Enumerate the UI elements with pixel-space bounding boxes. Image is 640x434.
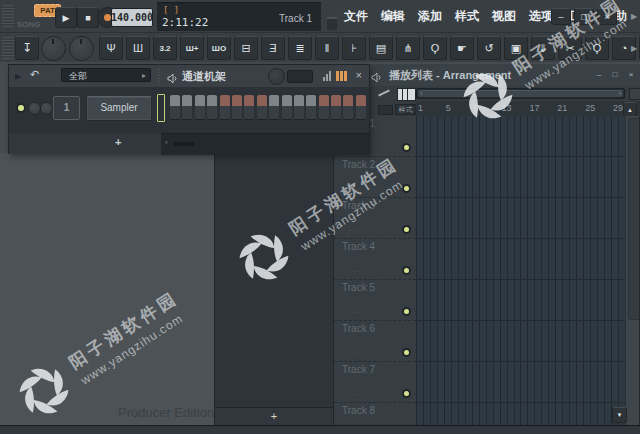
rack-horizontal-scrollbar[interactable]: ‹ [161, 133, 369, 155]
play-button[interactable]: ▶ [55, 7, 77, 28]
menu-item-2[interactable]: 添加 [418, 8, 442, 25]
rack-scrollbar-thumb[interactable] [173, 142, 195, 146]
save-new-version-button[interactable]: ⇓ [531, 36, 555, 60]
save-button[interactable]: ▣ [504, 36, 528, 60]
collapse-icon[interactable]: ▶ [15, 72, 21, 81]
draw-tool-icon[interactable] [378, 89, 390, 98]
minimize-button[interactable]: – [551, 8, 571, 25]
channel-rack-titlebar[interactable]: ▶ ↶ 全部 ▸ 通道机架 × [9, 65, 369, 88]
master-volume-knob[interactable] [41, 36, 66, 61]
track-mute-led[interactable] [402, 143, 411, 152]
playlist-close-button[interactable]: × [624, 68, 638, 81]
scroll-up-button[interactable]: ▲ [623, 102, 637, 117]
rack-speaker-icon[interactable] [167, 70, 178, 88]
step-cell-4[interactable] [207, 95, 217, 120]
channel-enable-led[interactable] [18, 105, 24, 111]
playlist-maximize-button[interactable]: □ [608, 68, 622, 81]
rack-swing-knob[interactable] [268, 68, 285, 85]
step-cell-13[interactable] [319, 95, 329, 120]
track-row-7[interactable]: Track 7···◂ [334, 362, 416, 403]
typing-keyboard-loop-button[interactable]: ШO [207, 36, 231, 60]
master-pitch-knob[interactable] [69, 36, 94, 61]
track-row-8[interactable]: Track 8···◂ [334, 403, 416, 426]
rack-scroll-left-icon[interactable]: ‹ [165, 138, 168, 147]
track-options-dots[interactable]: ··· [347, 225, 362, 235]
tempo-stepper[interactable]: ▲▼ [149, 10, 151, 18]
mixer-faders-button[interactable]: ǁ [315, 36, 339, 60]
cut-button[interactable]: ✂ [558, 36, 582, 60]
pattern-selector[interactable]: 样式 [395, 104, 416, 115]
track-options-dots[interactable]: ··· [347, 307, 362, 317]
song-mode-button[interactable]: SONG [17, 20, 41, 29]
track-options-dots[interactable]: ··· [347, 184, 362, 194]
toolbar-grip[interactable] [2, 37, 14, 59]
step-cell-7[interactable] [244, 95, 254, 120]
track-row-5[interactable]: Track 5···◂ [334, 280, 416, 321]
menu-item-5[interactable]: 选项 [529, 8, 553, 25]
speaker-icon[interactable] [371, 69, 382, 87]
step-cell-9[interactable] [269, 95, 279, 120]
playlist-vertical-scrollbar[interactable]: ▼ [625, 116, 640, 426]
titlebar-grip[interactable] [2, 5, 14, 27]
pattern-mini-icon[interactable] [378, 105, 393, 115]
playlist-rows-button[interactable]: ≣ [288, 36, 312, 60]
step-cell-12[interactable] [306, 95, 316, 120]
maximize-button[interactable]: □ [574, 8, 594, 25]
track-options-dots[interactable]: ··· [347, 266, 362, 276]
plugin-picker-button[interactable]: ⋔ [396, 36, 420, 60]
track-mute-led[interactable] [402, 307, 411, 316]
rack-close-icon[interactable]: × [356, 69, 362, 81]
playlist-grid[interactable] [416, 116, 625, 426]
track-row-2[interactable]: Track 2···◂ [334, 157, 416, 198]
new-file-button[interactable]: ▤ [369, 36, 393, 60]
mic-stand-button[interactable]: Ϙ [423, 36, 447, 60]
close-button[interactable]: × [597, 8, 617, 25]
channel-number-box[interactable]: 1 [53, 96, 80, 120]
step-cell-3[interactable] [195, 95, 205, 120]
scroll-left-arrow[interactable]: ‹ [420, 89, 422, 99]
track-row-4[interactable]: Track 4···◂ [334, 239, 416, 280]
track-options-dots[interactable]: ··· [347, 348, 362, 358]
channel-filter-dropdown[interactable]: 全部 ▸ [61, 68, 151, 82]
stop-button[interactable]: ■ [77, 7, 99, 28]
step-sequencer-icon[interactable] [336, 71, 347, 81]
playlist-ruler[interactable]: 样式 1591317212529 ▲ [334, 101, 640, 117]
record-to-disk-button[interactable]: ↧ [15, 36, 39, 60]
typing-keyboard-add-button[interactable]: Ш+ [180, 36, 204, 60]
track-mute-led[interactable] [402, 184, 411, 193]
hand-tool-button[interactable]: ☛ [450, 36, 474, 60]
toolbar-overflow-arrow[interactable]: ▶ [631, 44, 637, 53]
step-cell-16[interactable] [356, 95, 366, 120]
h-scrollbar-thumb[interactable] [418, 90, 623, 97]
microphone-button[interactable]: Ϙ [585, 36, 609, 60]
browser-tree-button[interactable]: ⊦ [342, 36, 366, 60]
scroll-down-button[interactable]: ▼ [612, 407, 627, 423]
step-cell-6[interactable] [232, 95, 242, 120]
tempo-display[interactable]: 140.000 ▲▼ [111, 8, 153, 27]
track-row-6[interactable]: Track 6···◂ [334, 321, 416, 362]
zoom-stop-button[interactable] [629, 88, 640, 100]
menu-item-3[interactable]: 样式 [455, 8, 479, 25]
playlist-horizontal-scrollbar[interactable]: ‹ › [416, 88, 625, 99]
time-value[interactable]: 2:11:22 [162, 16, 208, 29]
step-cell-2[interactable] [182, 95, 192, 120]
typing-keyboard-clock-button[interactable]: Ш [126, 36, 150, 60]
step-cell-14[interactable] [331, 95, 341, 120]
step-cell-8[interactable] [257, 95, 267, 120]
step-cell-15[interactable] [343, 95, 353, 120]
track-mute-led[interactable] [402, 225, 411, 234]
track-options-dots[interactable]: ··· [347, 389, 362, 399]
multilink-controllers-button[interactable]: 3.2 [153, 36, 177, 60]
channel-volume-knob[interactable] [40, 102, 53, 115]
undo-button[interactable]: ↺ [477, 36, 501, 60]
track-mute-led[interactable] [402, 348, 411, 357]
menu-item-0[interactable]: 文件 [344, 8, 368, 25]
add-channel-button[interactable]: + [115, 136, 121, 148]
swap-icon[interactable]: ↶ [30, 68, 39, 81]
track-mute-led[interactable] [402, 389, 411, 398]
scroll-right-arrow[interactable]: › [619, 89, 621, 99]
step-cell-1[interactable] [170, 95, 180, 120]
step-edit-panel-button[interactable]: ⊟ [234, 36, 258, 60]
slingshot-tool-button[interactable]: Ψ [99, 36, 123, 60]
menu-item-1[interactable]: 编辑 [381, 8, 405, 25]
